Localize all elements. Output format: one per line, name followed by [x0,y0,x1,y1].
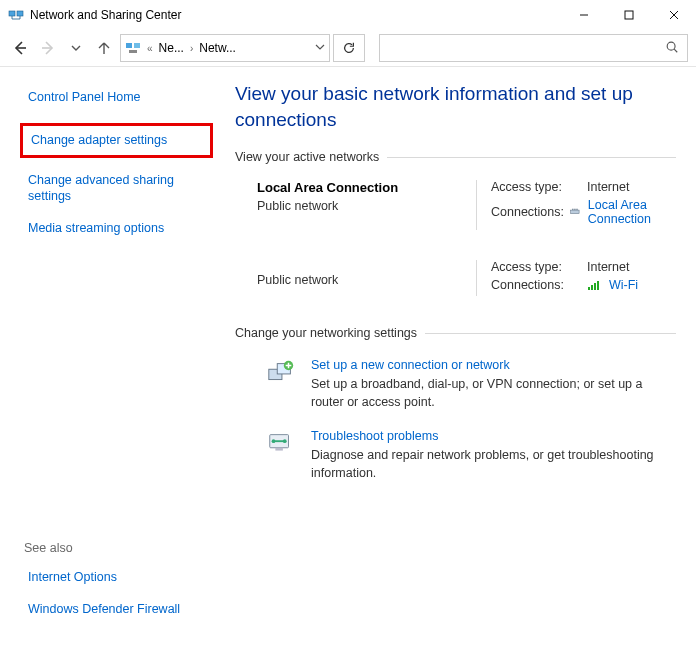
breadcrumb-parent[interactable]: Ne... [159,41,184,55]
search-box[interactable] [379,34,688,62]
setup-connection-link[interactable]: Set up a new connection or network [311,358,510,372]
forward-button[interactable] [36,36,60,60]
internet-options-link[interactable]: Internet Options [24,565,121,589]
windows-defender-firewall-link[interactable]: Windows Defender Firewall [24,597,184,621]
network-name: Local Area Connection [257,180,466,195]
search-icon[interactable] [665,40,679,57]
svg-rect-19 [594,283,596,290]
svg-rect-18 [591,285,593,290]
address-dropdown-icon[interactable] [315,41,325,55]
sidebar: Control Panel Home Change adapter settin… [0,67,225,651]
svg-rect-10 [129,50,137,53]
minimize-button[interactable] [561,0,606,30]
setting-item: Troubleshoot problems Diagnose and repai… [235,421,676,492]
window-title: Network and Sharing Center [30,8,181,22]
titlebar: Network and Sharing Center [0,0,696,30]
refresh-button[interactable] [333,34,365,62]
svg-rect-25 [275,448,283,451]
troubleshoot-icon [265,429,297,461]
network-row: Public network Access type: Internet Con… [235,254,676,302]
main-content: View your basic network information and … [225,67,696,651]
svg-line-12 [674,49,677,52]
network-center-icon [8,7,24,23]
up-button[interactable] [92,36,116,60]
back-button[interactable] [8,36,32,60]
svg-rect-16 [576,209,577,210]
recent-locations-button[interactable] [64,36,88,60]
connection-link[interactable]: Wi-Fi [609,278,638,292]
connections-label: Connections: [491,278,581,292]
troubleshoot-link[interactable]: Troubleshoot problems [311,429,438,443]
svg-rect-20 [597,281,599,290]
active-networks-label: View your active networks [235,150,379,164]
connection-link[interactable]: Local Area Connection [588,198,651,226]
svg-rect-3 [625,11,633,19]
breadcrumb-chevron-icon: « [145,43,155,54]
access-type-label: Access type: [491,180,581,194]
access-type-label: Access type: [491,260,581,274]
svg-rect-14 [572,209,573,210]
svg-rect-13 [571,210,579,214]
svg-rect-17 [588,287,590,290]
window-controls [561,0,696,30]
media-streaming-options-link[interactable]: Media streaming options [24,216,213,240]
new-connection-icon [265,358,297,390]
highlight-box: Change adapter settings [20,123,213,157]
network-row: Local Area Connection Public network Acc… [235,174,676,236]
network-type: Public network [257,273,338,287]
active-networks-header: View your active networks [235,150,676,164]
page-title: View your basic network information and … [235,81,676,132]
access-type-value: Internet [587,180,629,194]
navigation-bar: « Ne... › Netw... [0,30,696,66]
troubleshoot-desc: Diagnose and repair network problems, or… [311,447,676,482]
control-panel-home-link[interactable]: Control Panel Home [24,85,213,109]
setting-item: Set up a new connection or network Set u… [235,350,676,421]
wifi-signal-icon [587,279,601,291]
svg-rect-1 [17,11,23,16]
change-settings-header: Change your networking settings [235,326,676,340]
svg-rect-15 [574,209,575,210]
connections-label: Connections: [491,205,564,219]
change-advanced-sharing-link[interactable]: Change advanced sharing settings [24,168,213,209]
control-panel-icon [125,40,141,56]
change-settings-label: Change your networking settings [235,326,417,340]
svg-point-26 [272,440,276,444]
svg-rect-9 [134,43,140,48]
close-button[interactable] [651,0,696,30]
svg-rect-8 [126,43,132,48]
breadcrumb-chevron-icon: › [188,43,195,54]
address-bar[interactable]: « Ne... › Netw... [120,34,330,62]
setup-connection-desc: Set up a broadband, dial-up, or VPN conn… [311,376,676,411]
ethernet-icon [570,206,580,218]
breadcrumb-current[interactable]: Netw... [199,41,236,55]
change-adapter-settings-link[interactable]: Change adapter settings [31,132,167,148]
maximize-button[interactable] [606,0,651,30]
search-input[interactable] [388,41,665,55]
svg-point-27 [283,440,287,444]
network-type: Public network [257,199,466,213]
svg-rect-0 [9,11,15,16]
svg-point-11 [667,42,675,50]
access-type-value: Internet [587,260,629,274]
see-also-label: See also [24,541,213,555]
